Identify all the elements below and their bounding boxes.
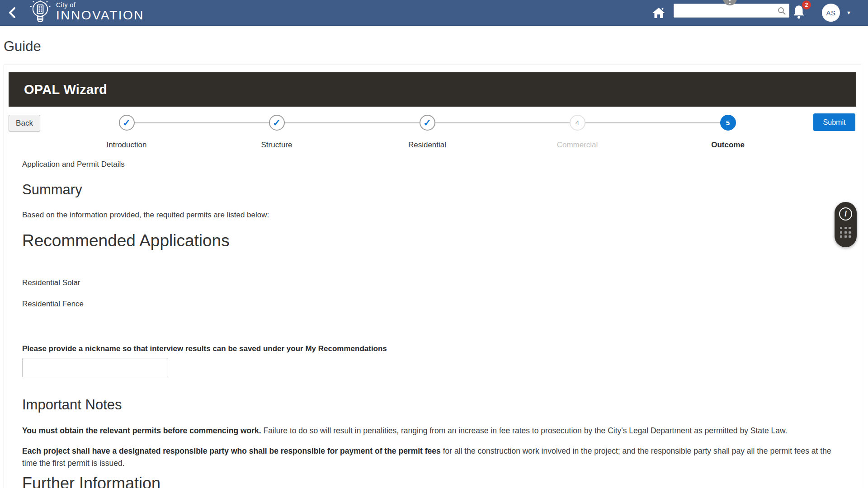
important-notes-heading: Important Notes bbox=[22, 397, 122, 413]
step-introduction-circle[interactable]: ✓ bbox=[119, 115, 135, 131]
note-bold-text: You must obtain the relevant permits bef… bbox=[22, 426, 261, 435]
user-avatar[interactable]: AS bbox=[822, 4, 840, 22]
recommendation-item: Residential Solar bbox=[22, 278, 80, 287]
nickname-label: Please provide a nickname so that interv… bbox=[22, 344, 387, 353]
notification-badge: 2 bbox=[802, 0, 811, 9]
note-paragraph: Each project shall have a designated res… bbox=[22, 445, 847, 469]
step-number: 5 bbox=[726, 119, 730, 127]
step-outcome-circle[interactable]: 5 bbox=[720, 115, 736, 131]
step-residential-label: Residential bbox=[377, 141, 477, 150]
note-bold-text: Each project shall have a designated res… bbox=[22, 446, 441, 455]
step-outcome-label: Outcome bbox=[678, 141, 778, 150]
info-icon-glyph: i bbox=[844, 209, 847, 219]
recommendation-item: Residential Fence bbox=[22, 300, 84, 309]
logo-innovation: INNOVATION bbox=[56, 9, 144, 22]
note-paragraph: You must obtain the relevant permits bef… bbox=[22, 425, 847, 437]
check-icon: ✓ bbox=[273, 117, 281, 128]
floating-help-widget: i bbox=[835, 202, 857, 247]
summary-text: Based on the information provided, the r… bbox=[22, 211, 269, 220]
logo-city-of: City of bbox=[56, 2, 144, 8]
step-introduction: ✓ Introduction bbox=[77, 115, 176, 150]
home-icon[interactable] bbox=[651, 5, 666, 20]
recommended-applications-heading: Recommended Applications bbox=[22, 231, 230, 250]
back-button[interactable]: Back bbox=[9, 115, 40, 131]
search-icon[interactable] bbox=[777, 6, 786, 15]
step-commercial-label: Commercial bbox=[528, 141, 627, 150]
back-chevron-icon[interactable] bbox=[6, 6, 19, 19]
check-icon: ✓ bbox=[123, 117, 131, 128]
step-structure: ✓ Structure bbox=[227, 115, 326, 150]
further-information-heading: Further Information bbox=[22, 474, 160, 488]
step-structure-circle[interactable]: ✓ bbox=[269, 115, 285, 131]
step-number: 4 bbox=[576, 119, 579, 127]
step-introduction-label: Introduction bbox=[77, 141, 176, 150]
summary-heading: Summary bbox=[22, 182, 82, 198]
dial-pad-icon[interactable] bbox=[840, 227, 851, 238]
wizard-card: OPAL Wizard Back Submit ✓ Introduction ✓… bbox=[4, 65, 861, 488]
step-commercial: 4 Commercial bbox=[528, 115, 627, 150]
note-regular-text: Failure to do so will result in penaliti… bbox=[261, 426, 788, 435]
nickname-input[interactable] bbox=[22, 358, 168, 377]
step-residential-circle[interactable]: ✓ bbox=[420, 115, 435, 131]
step-residential: ✓ Residential bbox=[377, 115, 477, 150]
check-icon: ✓ bbox=[423, 117, 431, 128]
submit-button[interactable]: Submit bbox=[813, 113, 855, 131]
step-structure-label: Structure bbox=[227, 141, 326, 150]
avatar-initials: AS bbox=[826, 9, 835, 17]
lightbulb-icon bbox=[27, 0, 53, 26]
step-commercial-circle[interactable]: 4 bbox=[570, 115, 585, 131]
info-icon[interactable]: i bbox=[839, 207, 852, 221]
section-subtitle: Application and Permit Details bbox=[22, 160, 125, 169]
logo-text: City of INNOVATION bbox=[56, 0, 144, 22]
step-outcome: 5 Outcome bbox=[678, 115, 778, 150]
wizard-header: OPAL Wizard bbox=[9, 72, 856, 107]
city-of-innovation-logo: City of INNOVATION bbox=[27, 0, 144, 26]
search-input[interactable] bbox=[674, 4, 773, 17]
page-title: Guide bbox=[4, 38, 41, 55]
top-navigation-bar: City of INNOVATION 2 AS ▼ bbox=[0, 0, 868, 26]
user-menu-caret-icon[interactable]: ▼ bbox=[846, 10, 851, 15]
wizard-title: OPAL Wizard bbox=[24, 82, 107, 97]
search-box bbox=[674, 4, 789, 18]
